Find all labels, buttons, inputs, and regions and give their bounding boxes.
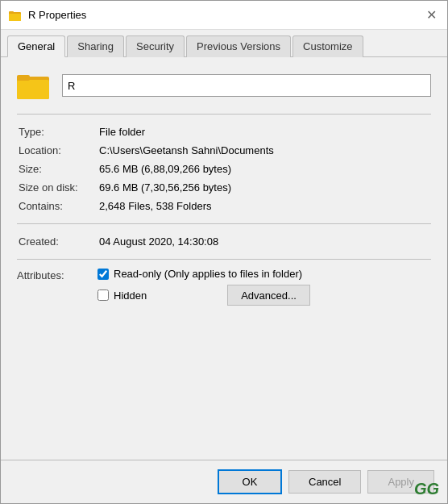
attributes-controls: Read-only (Only applies to files in fold… xyxy=(97,268,310,306)
table-row: Size on disk: 69.6 MB (7,30,56,256 bytes… xyxy=(17,178,431,197)
folder-name-input[interactable] xyxy=(62,74,431,97)
created-table: Created: 04 August 2020, 14:30:08 xyxy=(17,232,431,251)
table-row: Type: File folder xyxy=(17,123,431,141)
tab-customize[interactable]: Customize xyxy=(292,35,363,57)
footer: OK Cancel Apply GG xyxy=(1,460,447,503)
tab-previous-versions[interactable]: Previous Versions xyxy=(186,35,291,57)
info-table: Type: File folder Location: C:\Users\Gee… xyxy=(17,123,431,215)
created-label: Created: xyxy=(17,232,97,251)
divider-2 xyxy=(17,223,431,224)
tab-sharing[interactable]: Sharing xyxy=(67,35,124,57)
svg-rect-1 xyxy=(9,14,21,21)
size-on-disk-label: Size on disk: xyxy=(17,178,97,197)
table-row: Size: 65.6 MB (6,88,09,266 bytes) xyxy=(17,160,431,178)
hidden-advanced-row: Hidden Advanced... xyxy=(97,285,310,306)
readonly-row: Read-only (Only applies to files in fold… xyxy=(97,268,310,280)
close-button[interactable]: ✕ xyxy=(423,7,439,23)
main-content: Type: File folder Location: C:\Users\Gee… xyxy=(1,57,447,460)
hidden-label: Hidden xyxy=(114,289,147,302)
window-title: R Properties xyxy=(28,9,86,21)
size-on-disk-value: 69.6 MB (7,30,56,256 bytes) xyxy=(97,178,431,197)
title-bar-left: R Properties xyxy=(9,9,86,22)
table-row: Contains: 2,648 Files, 538 Folders xyxy=(17,197,431,215)
hidden-checkbox[interactable] xyxy=(97,289,109,301)
readonly-checkbox[interactable] xyxy=(97,269,109,280)
tab-security[interactable]: Security xyxy=(126,35,185,57)
location-label: Location: xyxy=(17,141,97,160)
title-bar: R Properties ✕ xyxy=(1,1,447,30)
divider-3 xyxy=(17,259,431,260)
type-value: File folder xyxy=(97,123,431,141)
title-folder-icon xyxy=(9,9,22,22)
contains-value: 2,648 Files, 538 Folders xyxy=(97,197,431,215)
readonly-label: Read-only (Only applies to files in fold… xyxy=(114,268,302,280)
cancel-button[interactable]: Cancel xyxy=(288,470,361,494)
advanced-button[interactable]: Advanced... xyxy=(227,285,310,306)
svg-rect-4 xyxy=(17,80,49,99)
type-label: Type: xyxy=(17,123,97,141)
size-value: 65.6 MB (6,88,09,266 bytes) xyxy=(97,160,431,178)
svg-rect-2 xyxy=(9,11,14,14)
svg-rect-5 xyxy=(17,75,30,81)
attributes-label: Attributes: xyxy=(17,268,97,281)
divider-1 xyxy=(17,114,431,115)
folder-icon xyxy=(17,70,51,101)
gfg-logo: GG xyxy=(414,480,439,498)
tab-general[interactable]: General xyxy=(7,35,65,57)
folder-header xyxy=(17,70,431,101)
ok-button[interactable]: OK xyxy=(218,469,282,494)
location-value: C:\Users\Geetansh Sahni\Documents xyxy=(97,141,431,160)
attributes-section: Attributes: Read-only (Only applies to f… xyxy=(17,268,431,306)
table-row: Created: 04 August 2020, 14:30:08 xyxy=(17,232,431,251)
hidden-checkbox-area: Hidden xyxy=(97,289,147,302)
table-row: Location: C:\Users\Geetansh Sahni\Docume… xyxy=(17,141,431,160)
readonly-checkbox-area: Read-only (Only applies to files in fold… xyxy=(97,268,302,280)
contains-label: Contains: xyxy=(17,197,97,215)
created-value: 04 August 2020, 14:30:08 xyxy=(97,232,431,251)
size-label: Size: xyxy=(17,160,97,178)
tabs-bar: General Sharing Security Previous Versio… xyxy=(1,30,447,57)
properties-window: R Properties ✕ General Sharing Security … xyxy=(0,0,448,504)
